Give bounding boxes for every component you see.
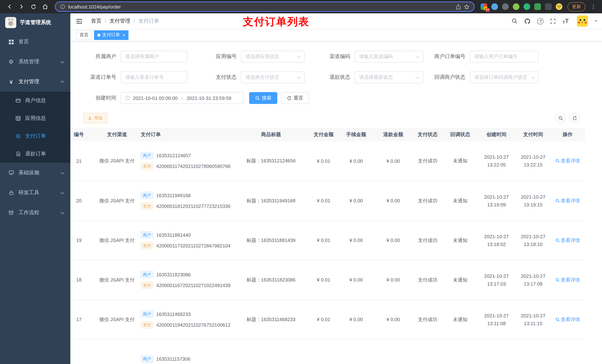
box-icon: [7, 210, 15, 215]
extension-colorful-icon[interactable]: 10: [481, 3, 487, 10]
orders-table: 编号 支付渠道 支付订单 商品标题 支付金额 手续金额 退款金额 支付状态 回调…: [70, 128, 602, 364]
channel-code-select[interactable]: 请输入渠道编码: [355, 51, 424, 62]
cell-title: [233, 339, 310, 364]
extension-dark-icon[interactable]: [545, 3, 552, 10]
cell-pay-time: [516, 339, 550, 364]
chrome-menu-icon[interactable]: ⋮: [589, 3, 598, 10]
fullscreen-icon[interactable]: [550, 18, 556, 24]
notify-status-select[interactable]: 请选择订单回调商户状态: [470, 71, 539, 83]
extension-badge: 10: [485, 8, 490, 12]
cell-channel: 微信 JSAPI 支付: [97, 220, 137, 260]
share-icon[interactable]: [456, 4, 461, 10]
font-size-icon[interactable]: TT: [563, 18, 569, 24]
filter-notify-status: 回调商户状态 请选择订单回调商户状态: [424, 71, 539, 83]
sidebar-item-merchant-info[interactable]: 商户信息: [0, 92, 70, 110]
view-detail-link[interactable]: 查看详情: [555, 237, 580, 244]
grid-icon: [15, 116, 22, 121]
active-tab-dot: [97, 33, 100, 36]
filter-row-2: 渠道订单号 请输入渠道订单号 支付状态 请选择支付状态 退款状态: [70, 71, 602, 83]
app-select[interactable]: 请选择应用信息: [241, 51, 305, 62]
filter-create-time: 创建时间 2021-10-01 00:00:00 - 2021-10-31 23…: [84, 92, 244, 104]
toggle-search-button[interactable]: [555, 113, 566, 123]
browser-back-icon[interactable]: [4, 1, 15, 12]
cell-pay-time: 2021-10-2713:19:15: [516, 181, 550, 220]
user-avatar[interactable]: [577, 16, 588, 27]
tab-pay-order[interactable]: 支付订单 ×: [94, 30, 129, 40]
sidebar-item-label: 基础设施: [19, 169, 39, 176]
merchant-order-no-input[interactable]: 请输入商户订单编号: [470, 51, 539, 62]
view-detail-link[interactable]: 查看详情: [555, 277, 580, 283]
filter-label: 支付状态: [187, 74, 241, 81]
extension-gray-icon[interactable]: [502, 3, 509, 10]
extension-book-icon[interactable]: [534, 3, 541, 10]
breadcrumb-home[interactable]: 首页: [91, 18, 101, 24]
merchant-tag: 商户: [141, 355, 153, 363]
extension-teal-icon[interactable]: [524, 3, 530, 10]
filter-channel-code: 渠道编码 请输入渠道编码: [305, 51, 424, 62]
merchant-tag: 商户: [141, 271, 153, 278]
avatar-dropdown-caret-icon[interactable]: [595, 20, 598, 23]
cell-fee: ¥ 0.00: [338, 181, 375, 220]
merchant-input[interactable]: 请选择所属商户: [121, 51, 187, 62]
sidebar-item-system[interactable]: ⚙ 系统管理: [0, 52, 70, 72]
sidebar-item-payment[interactable]: ¥ 支付管理: [0, 72, 70, 92]
cell-status: 支付成功: [412, 300, 443, 339]
pay-status-select[interactable]: 请选择支付状态: [241, 71, 305, 83]
browser-reload-icon[interactable]: [28, 1, 39, 12]
date-range-input[interactable]: 2021-10-01 00:00:00 - 2021-10-31 23:59:5…: [121, 92, 244, 104]
sidebar-item-home[interactable]: 首页: [0, 32, 70, 52]
channel-order-no-input[interactable]: 请输入渠道订单号: [121, 71, 187, 83]
sidebar-item-refund-order[interactable]: 退款订单: [0, 145, 70, 163]
tab-label: 支付订单: [102, 32, 120, 38]
placeholder-text: 请输入渠道订单号: [125, 74, 164, 81]
sidebar-item-app-info[interactable]: 应用信息: [0, 110, 70, 127]
refresh-button[interactable]: [570, 113, 580, 123]
browser-home-icon[interactable]: [40, 1, 50, 12]
tab-home[interactable]: 首页: [76, 30, 92, 40]
cell-title: 标题：1635311823086: [233, 260, 310, 300]
view-detail-link[interactable]: 查看详情: [555, 158, 580, 165]
refund-status-select[interactable]: 请选择退款状态: [355, 71, 424, 83]
table-row: 17 微信 JSAPI 支付 商户1635311468233 支付4200001…: [70, 300, 585, 339]
sidebar-item-workflow[interactable]: 工作流程: [0, 203, 70, 223]
dashboard-icon: [7, 39, 15, 45]
sidebar-item-dev-tools[interactable]: 研发工具: [0, 183, 70, 203]
merchant-tag: 商户: [141, 231, 153, 239]
cell-create-time: 2021-10-2713:22:05: [477, 141, 516, 181]
search-button[interactable]: 搜索: [249, 92, 277, 104]
view-detail-link[interactable]: 查看详情: [555, 316, 580, 323]
view-detail-link[interactable]: 查看详情: [555, 197, 580, 204]
merchant-tag: 商户: [141, 310, 153, 318]
site-info-icon[interactable]: [60, 4, 65, 9]
extension-drop-icon[interactable]: [491, 3, 498, 10]
profile-avatar-icon[interactable]: [556, 3, 562, 10]
sidebar-item-pay-order[interactable]: 支付订单: [0, 127, 70, 145]
extension-green-icon[interactable]: [513, 3, 519, 10]
cell-refund: ¥ 0.00: [375, 141, 412, 181]
column-header-channel: 支付渠道: [97, 128, 137, 141]
column-header-id: 编号: [70, 128, 97, 141]
chrome-update-button[interactable]: 更新: [568, 2, 585, 11]
breadcrumb-current: 支付订单: [139, 18, 159, 24]
sidebar-item-infrastructure[interactable]: 基础设施: [0, 163, 70, 183]
address-bar[interactable]: localhost:1024/pay/order: [55, 1, 475, 12]
reset-button[interactable]: 重置: [281, 92, 309, 104]
table-row: 18 微信 JSAPI 支付 商户1635311823086 支付4200001…: [70, 260, 585, 300]
extensions-tray: 10: [481, 3, 562, 10]
pay-tag: 支付: [141, 321, 153, 329]
cell-create-time: 2021-10-2713:19:09: [477, 181, 516, 220]
close-tab-icon[interactable]: ×: [123, 33, 125, 37]
tab-label: 首页: [80, 32, 88, 38]
github-icon[interactable]: [525, 18, 531, 24]
filter-merchant-order-no: 商户订单编号 请输入商户订单编号: [424, 51, 539, 62]
browser-forward-icon[interactable]: [16, 1, 27, 12]
breadcrumb-payment[interactable]: 支付管理: [110, 18, 130, 24]
bookmark-star-icon[interactable]: [464, 4, 469, 10]
export-button[interactable]: 导出: [83, 113, 107, 123]
placeholder-text: 请选择支付状态: [246, 74, 279, 81]
search-icon[interactable]: [512, 18, 518, 24]
sidebar-toggle-icon[interactable]: [70, 18, 88, 24]
cell-order: 商户1635311823086 支付4200001167202110271022…: [137, 260, 233, 300]
help-icon[interactable]: ?: [538, 18, 544, 24]
sidebar-item-label: 首页: [19, 39, 29, 45]
